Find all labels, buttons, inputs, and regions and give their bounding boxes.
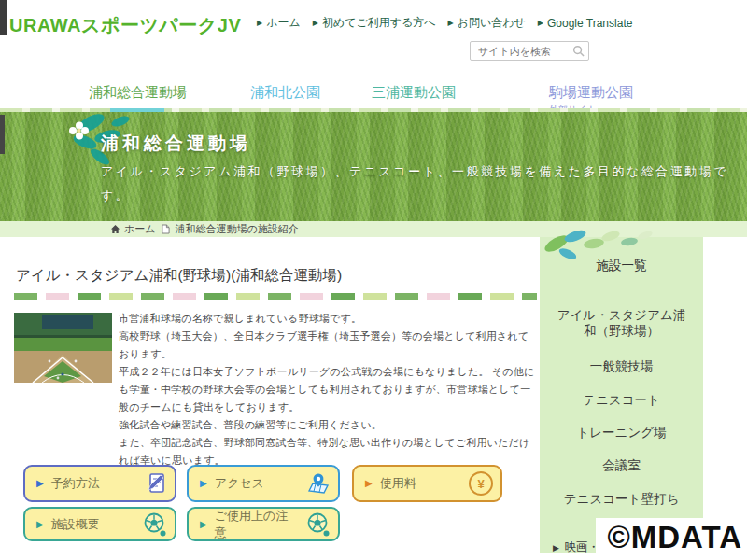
utility-link-label: お問い合わせ — [458, 15, 526, 31]
page: URAWAスポーツパークJV ▶ ホーム ▶ 初めてご利用する方へ ▶ お問い合… — [0, 0, 747, 560]
utility-link-home[interactable]: ▶ ホーム — [257, 15, 301, 31]
button-label: 予約方法 — [51, 475, 135, 492]
tab-miura-undo-koen[interactable]: 三浦運動公園 — [372, 84, 456, 102]
sidebar-item-athletics-field[interactable]: 一般競技場 — [554, 358, 689, 374]
search-input[interactable] — [476, 45, 572, 58]
button-label: アクセス — [215, 475, 299, 492]
breadcrumb-home-label: ホーム — [124, 222, 156, 236]
sidebar-item-tennis-court[interactable]: テニスコート — [554, 392, 689, 408]
hero-title: 浦和総合運動場 — [101, 132, 251, 156]
soccer-ball-icon — [306, 512, 331, 537]
triangle-arrow-icon: ▶ — [36, 520, 44, 529]
memo-icon — [143, 471, 167, 496]
page-title: アイル・スタジアム浦和(野球場)(浦和総合運動場) — [16, 266, 342, 286]
utility-link-contact[interactable]: ▶ お問い合わせ — [448, 15, 526, 31]
tab-label: 三浦運動公園 — [372, 84, 456, 100]
hero-description: アイル・スタジアム浦和（野球場）、テニスコート、一般競技場を備えた多目的な総合運… — [101, 160, 747, 208]
paragraph: 強化試合や練習試合、普段の練習等にご利用ください。 — [119, 416, 539, 434]
tab-urawa-kita-koen[interactable]: 浦和北公園 — [250, 84, 320, 102]
sidebar-list: アイル・スタジアム浦和（野球場） 一般競技場 テニスコート トレーニング場 会議… — [540, 307, 703, 507]
triangle-arrow-icon: ▶ — [538, 20, 543, 27]
soccer-ball-icon — [143, 512, 167, 537]
sidebar-item-training-gym[interactable]: トレーニング場 — [554, 425, 689, 441]
usage-notes-button[interactable]: ▶ ご使用上の注意 — [187, 507, 340, 541]
site-logo[interactable]: URAWAスポーツパークJV — [9, 13, 241, 38]
yen-symbol: ¥ — [477, 477, 484, 491]
tab-label: 浦和総合運動場 — [89, 84, 187, 100]
utility-link-label: Google Translate — [547, 17, 632, 30]
facility-sidebar: 施設一覧 アイル・スタジアム浦和（野球場） 一般競技場 テニスコート トレーニン… — [540, 237, 703, 553]
triangle-arrow-icon: ▶ — [200, 479, 207, 488]
dashed-divider-decoration — [14, 293, 537, 300]
tab-urawa-sogo-undojo[interactable]: 浦和総合運動場 — [89, 84, 187, 102]
baseball-field-photo — [14, 313, 112, 383]
button-label: 施設概要 — [51, 516, 135, 533]
tab-label: 駒場運動公園 — [549, 84, 633, 102]
utility-link-label: ホーム — [266, 15, 301, 31]
usage-fee-button[interactable]: ▶ 使用料 ¥ — [352, 465, 502, 502]
document-icon — [162, 224, 170, 234]
screen-edge-artifact — [0, 0, 7, 35]
sidebar-item-tennis-wall[interactable]: テニスコート壁打ち — [554, 491, 689, 507]
search-icon[interactable] — [572, 45, 585, 57]
facility-description: 市営浦和球場の名称で親しまれている野球場です。 高校野球（埼玉大会）、全日本クラ… — [119, 310, 539, 469]
sidebar-item-stadium[interactable]: アイル・スタジアム浦和（野球場） — [554, 307, 689, 339]
breadcrumb-home-link[interactable]: ホーム — [110, 222, 156, 236]
utility-link-label: 初めてご利用する方へ — [322, 15, 436, 31]
triangle-arrow-icon: ▶ — [36, 479, 44, 488]
paragraph: 平成２２年には日本女子ソフトボールリーグの公式戦の会場にもなりました。 その他に… — [119, 363, 539, 416]
yen-icon: ¥ — [469, 471, 493, 496]
sidebar-heading: 施設一覧 — [540, 258, 703, 274]
tab-label: 浦和北公園 — [250, 84, 320, 100]
facility-overview-button[interactable]: ▶ 施設概要 — [23, 507, 176, 541]
map-pin-icon — [306, 471, 331, 496]
hero-banner: 浦和総合運動場 アイル・スタジアム浦和（野球場）、テニスコート、一般競技場を備え… — [0, 112, 747, 221]
sidebar-item-meeting-room[interactable]: 会議室 — [554, 457, 689, 473]
screen-edge-artifact — [0, 115, 5, 154]
triangle-arrow-icon: ▶ — [257, 20, 262, 27]
breadcrumb-current: 浦和総合運動場の施設紹介 — [176, 222, 299, 236]
site-search — [470, 41, 589, 61]
utility-link-first-time[interactable]: ▶ 初めてご利用する方へ — [313, 15, 436, 31]
triangle-arrow-icon: ▶ — [313, 20, 318, 27]
utility-link-google-translate[interactable]: ▶ Google Translate — [538, 15, 633, 31]
triangle-arrow-icon: ▶ — [365, 479, 373, 488]
access-button[interactable]: ▶ アクセス — [187, 465, 340, 502]
paragraph: 市営浦和球場の名称で親しまれている野球場です。 — [119, 310, 539, 328]
home-icon — [110, 224, 120, 234]
triangle-arrow-icon: ▶ — [553, 543, 559, 553]
button-label: ご使用上の注意 — [215, 508, 299, 541]
triangle-arrow-icon: ▶ — [200, 520, 207, 529]
reservation-method-button[interactable]: ▶ 予約方法 — [23, 465, 176, 502]
utility-nav: ▶ ホーム ▶ 初めてご利用する方へ ▶ お問い合わせ ▶ Google Tra… — [257, 15, 632, 31]
watermark: ©MDATA — [596, 518, 745, 560]
paragraph: 高校野球（埼玉大会）、全日本クラブ選手権（埼玉予選会）等の会場として利用されてお… — [119, 328, 539, 363]
button-label: 使用料 — [380, 475, 461, 492]
triangle-arrow-icon: ▶ — [448, 20, 454, 27]
